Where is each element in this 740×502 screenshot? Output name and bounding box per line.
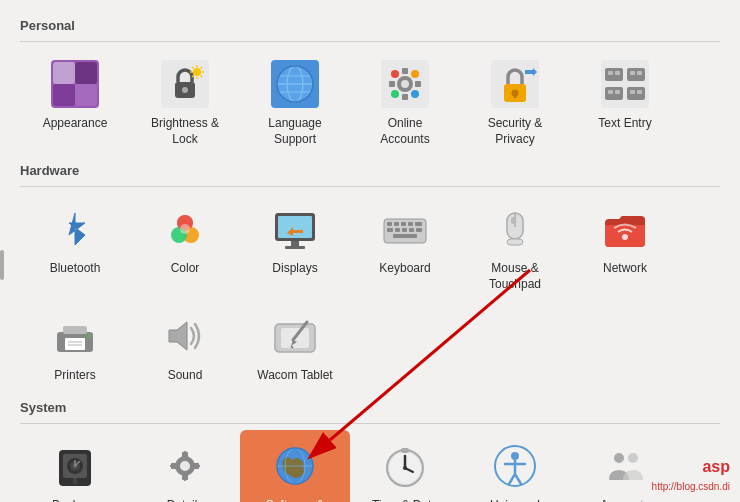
software-label: Software &Updates bbox=[266, 498, 325, 502]
divider-hardware bbox=[20, 186, 720, 187]
item-software-updates[interactable]: Software &Updates bbox=[240, 430, 350, 502]
color-label: Color bbox=[171, 261, 200, 277]
svg-rect-44 bbox=[605, 68, 623, 81]
displays-label: Displays bbox=[272, 261, 317, 277]
svg-rect-63 bbox=[278, 216, 312, 238]
online-icon bbox=[379, 58, 431, 110]
svg-rect-73 bbox=[387, 228, 393, 232]
item-bluetooth[interactable]: Bluetooth bbox=[20, 193, 130, 300]
universal-icon bbox=[489, 440, 541, 492]
item-mouse-touchpad[interactable]: Mouse &Touchpad bbox=[460, 193, 570, 300]
time-label: Time & Date bbox=[372, 498, 438, 502]
item-universal-access[interactable]: UniversalAccess bbox=[460, 430, 570, 502]
accounts-label: Accounts bbox=[600, 498, 649, 502]
mouse-label: Mouse &Touchpad bbox=[489, 261, 541, 292]
wacom-label: Wacom Tablet bbox=[257, 368, 332, 384]
item-sound[interactable]: Sound bbox=[130, 300, 240, 392]
svg-rect-43 bbox=[601, 60, 649, 108]
item-color[interactable]: Color bbox=[130, 193, 240, 300]
item-language-support[interactable]: LanguageSupport bbox=[240, 48, 350, 155]
item-keyboard[interactable]: Keyboard bbox=[350, 193, 460, 300]
details-label: Details bbox=[167, 498, 204, 502]
item-details[interactable]: Details bbox=[130, 430, 240, 502]
software-icon bbox=[269, 440, 321, 492]
item-appearance[interactable]: Appearance bbox=[20, 48, 130, 155]
svg-rect-28 bbox=[402, 94, 408, 100]
svg-point-89 bbox=[87, 334, 91, 338]
appearance-icon bbox=[49, 58, 101, 110]
item-time-date[interactable]: Time & Date bbox=[350, 430, 460, 502]
mouse-icon bbox=[489, 203, 541, 255]
svg-rect-54 bbox=[630, 90, 635, 94]
universal-label: UniversalAccess bbox=[490, 498, 540, 502]
item-security-privacy[interactable]: Security &Privacy bbox=[460, 48, 570, 155]
textentry-label: Text Entry bbox=[598, 116, 651, 132]
svg-rect-1 bbox=[53, 62, 75, 84]
svg-rect-65 bbox=[285, 246, 305, 249]
details-icon bbox=[159, 440, 211, 492]
keyboard-label: Keyboard bbox=[379, 261, 430, 277]
personal-grid: Appearance bbox=[20, 48, 720, 155]
scroll-indicator bbox=[0, 250, 4, 280]
svg-rect-49 bbox=[615, 71, 620, 75]
divider-system bbox=[20, 423, 720, 424]
svg-point-61 bbox=[180, 224, 190, 234]
backups-label: Backups bbox=[52, 498, 98, 502]
backups-icon bbox=[49, 440, 101, 492]
sound-label: Sound bbox=[168, 368, 203, 384]
hardware-grid: Bluetooth Color bbox=[20, 193, 720, 392]
svg-rect-45 bbox=[627, 68, 645, 81]
svg-line-14 bbox=[201, 76, 203, 78]
security-icon bbox=[489, 58, 541, 110]
svg-rect-68 bbox=[387, 222, 392, 226]
item-network[interactable]: Network bbox=[570, 193, 680, 300]
item-backups[interactable]: Backups bbox=[20, 430, 130, 502]
svg-rect-78 bbox=[393, 234, 417, 238]
keyboard-icon bbox=[379, 203, 431, 255]
settings-scroll-area[interactable]: Personal Appearance bbox=[0, 0, 740, 502]
bluetooth-icon bbox=[49, 203, 101, 255]
svg-rect-55 bbox=[637, 90, 642, 94]
item-online-accounts[interactable]: OnlineAccounts bbox=[350, 48, 460, 155]
printers-label: Printers bbox=[54, 368, 95, 384]
svg-rect-99 bbox=[73, 478, 77, 484]
svg-point-37 bbox=[391, 90, 399, 98]
svg-point-124 bbox=[614, 453, 624, 463]
svg-rect-81 bbox=[511, 217, 515, 224]
textentry-icon bbox=[599, 58, 651, 110]
svg-rect-86 bbox=[65, 338, 85, 350]
svg-point-8 bbox=[193, 68, 201, 76]
svg-rect-46 bbox=[605, 87, 623, 100]
svg-rect-29 bbox=[389, 81, 395, 87]
item-accounts[interactable]: Accounts bbox=[570, 430, 680, 502]
svg-rect-72 bbox=[415, 222, 422, 226]
section-system: System bbox=[20, 400, 720, 415]
item-printers[interactable]: Printers bbox=[20, 300, 130, 392]
item-text-entry[interactable]: Text Entry bbox=[570, 48, 680, 155]
item-brightness-lock[interactable]: Brightness &Lock bbox=[130, 48, 240, 155]
svg-rect-75 bbox=[402, 228, 407, 232]
svg-rect-52 bbox=[608, 90, 613, 94]
language-label: LanguageSupport bbox=[268, 116, 321, 147]
svg-rect-42 bbox=[514, 93, 517, 98]
svg-rect-3 bbox=[75, 62, 97, 84]
item-wacom-tablet[interactable]: Wacom Tablet bbox=[240, 300, 350, 392]
system-grid: Backups bbox=[20, 430, 720, 502]
svg-point-125 bbox=[628, 453, 638, 463]
svg-point-103 bbox=[180, 461, 190, 471]
svg-point-7 bbox=[182, 87, 188, 93]
item-displays[interactable]: Displays bbox=[240, 193, 350, 300]
accounts-icon bbox=[599, 440, 651, 492]
svg-rect-77 bbox=[416, 228, 422, 232]
svg-rect-4 bbox=[75, 84, 97, 106]
svg-rect-2 bbox=[53, 84, 75, 106]
svg-rect-70 bbox=[401, 222, 406, 226]
svg-point-120 bbox=[403, 466, 407, 470]
svg-rect-50 bbox=[630, 71, 635, 75]
section-hardware: Hardware bbox=[20, 163, 720, 178]
section-personal: Personal bbox=[20, 18, 720, 33]
svg-rect-53 bbox=[615, 90, 620, 94]
svg-rect-76 bbox=[409, 228, 414, 232]
svg-point-36 bbox=[411, 70, 419, 78]
network-label: Network bbox=[603, 261, 647, 277]
